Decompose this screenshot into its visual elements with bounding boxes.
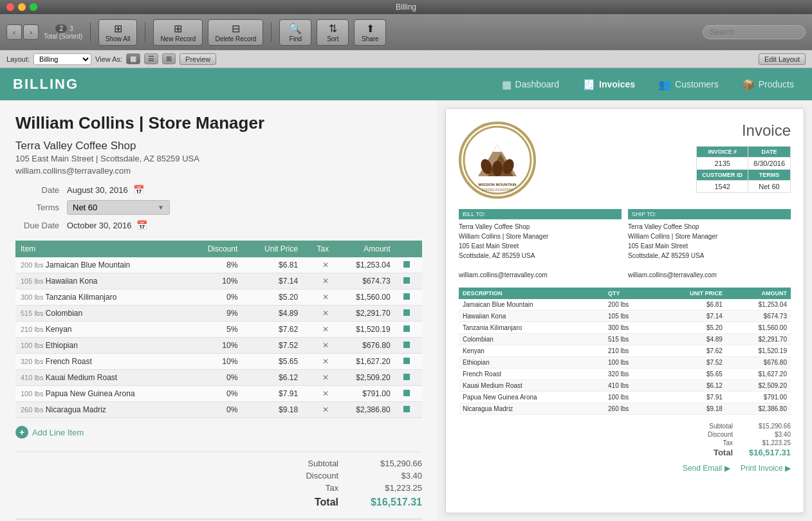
row-edit-icon[interactable] [403,309,410,316]
customer-id-value: 1542 [697,181,748,193]
edit-cell[interactable] [396,306,422,322]
fullscreen-button[interactable] [30,3,37,11]
edit-cell[interactable] [396,338,422,354]
amount-cell: $2,509.20 [334,370,396,386]
subtotal-value: $15,290.66 [364,459,422,468]
row-edit-icon[interactable] [403,342,410,348]
add-line-item-button[interactable]: + Add Line Item [15,426,422,439]
sort-label: Sort [327,35,338,42]
inv-amount-cell: $676.80 [726,357,791,369]
edit-cell[interactable] [396,289,422,306]
preview-button[interactable]: Preview [180,53,216,65]
nav-invoices[interactable]: 🧾 Invoices [577,76,640,93]
inv-tax-row: Tax $1,223.25 [459,439,791,446]
inv-price-cell: $7.52 [654,357,726,369]
invoice-header: MISSION MOUNTAIN COFFEE ROASTERS Invoice… [459,122,791,199]
layout-bar: Layout: Billing View As: ▦ ☰ ⊞ Preview E… [0,50,812,68]
nav-products-label: Products [759,79,794,89]
print-invoice-button[interactable]: Print Invoice ▶ [741,464,791,473]
row-edit-icon[interactable] [403,325,410,332]
sort-button[interactable]: ⇅ Sort [317,19,349,46]
layout-select[interactable]: Billing [33,53,91,65]
prev-record-button[interactable]: ‹ [6,24,22,40]
inv-amount-cell: $791.00 [726,392,791,403]
tax-cell: ✕ [303,289,334,306]
minimize-button[interactable] [18,3,26,11]
tax-cell: ✕ [303,338,334,354]
edit-cell[interactable] [396,354,422,370]
tax-cell: ✕ [303,370,334,386]
discount-cell: 5% [187,322,243,338]
nav-dashboard[interactable]: ▦ Dashboard [497,76,565,93]
new-record-button[interactable]: ⊞ New Record [153,19,203,46]
inv-desc-cell: Tanzania Kilimanjaro [459,322,604,334]
close-button[interactable] [6,3,14,11]
inv-desc-cell: Hawaiian Kona [459,311,604,322]
unit-price-cell: $5.65 [243,354,303,370]
item-cell: 210 lbs Kenyan [15,322,187,338]
edit-cell[interactable] [396,322,422,338]
tax-row: Tax $1,223.25 [15,483,422,493]
inv-discount-row: Discount $3.40 [459,431,791,438]
row-edit-icon[interactable] [403,358,410,364]
unit-price-cell: $6.81 [243,257,303,273]
next-record-button[interactable]: › [23,24,39,40]
inv-desc-cell: French Roast [459,369,604,380]
edit-cell[interactable] [396,257,422,273]
edit-cell[interactable] [396,386,422,402]
share-button[interactable]: ⬆ Share [354,19,386,46]
inv-qty-cell: 320 lbs [604,369,654,380]
row-edit-icon[interactable] [403,406,410,412]
inv-qty-cell: 100 lbs [604,392,654,403]
dropdown-arrow-icon: ▼ [158,204,164,211]
edit-cell[interactable] [396,273,422,289]
edit-cell[interactable] [396,370,422,386]
unit-price-cell: $4.89 [243,306,303,322]
edit-layout-button[interactable]: Edit Layout [759,53,806,65]
inv-discount-label: Discount [694,431,733,438]
inv-amount-cell: $2,509.20 [726,380,791,392]
toolbar-separator-3 [271,23,272,42]
view-list-button[interactable]: ☰ [144,53,158,64]
inv-col-desc: DESCRIPTION [459,288,604,299]
share-icon: ⬆ [366,23,374,35]
show-all-button[interactable]: ⊞ Show All [98,19,137,46]
list-item: Kenyan 210 lbs $7.62 $1,520.19 [459,345,791,357]
find-button[interactable]: 🔍 Find [279,19,311,46]
col-discount: Discount [187,241,243,257]
view-table-button[interactable]: ⊞ [162,53,176,64]
terms-dropdown[interactable]: Net 60 ▼ [67,200,170,215]
search-input[interactable] [703,25,806,39]
table-row: 200 lbs Jamaican Blue Mountain 8% $6.81 … [15,257,422,273]
row-edit-icon[interactable] [403,277,410,284]
row-edit-icon[interactable] [403,374,410,380]
inv-price-cell: $5.20 [654,322,726,334]
window-title: Billing [396,3,416,12]
row-edit-icon[interactable] [403,390,410,396]
subtotal-label: Subtotal [287,459,338,468]
inv-subtotal-label: Subtotal [694,423,733,430]
due-date-value: October 30, 2016 [67,221,131,230]
send-email-button[interactable]: Send Email ▶ [683,464,730,473]
new-record-label: New Record [160,35,196,42]
inv-qty-cell: 260 lbs [604,403,654,415]
add-icon: + [15,426,28,439]
row-edit-icon[interactable] [403,261,410,268]
list-item: Tanzania Kilimanjaro 300 lbs $5.20 $1,56… [459,322,791,334]
item-cell: 515 lbs Colombian [15,306,187,322]
inv-amount-cell: $1,560.00 [726,322,791,334]
edit-cell[interactable] [396,402,422,418]
inv-total-label: Total [694,448,733,457]
delete-record-button[interactable]: ⊟ Delete Record [208,19,263,46]
view-form-button[interactable]: ▦ [126,53,140,64]
company-logo: MISSION MOUNTAIN COFFEE ROASTERS [459,122,536,199]
add-line-item-label: Add Line Item [32,428,84,437]
due-date-calendar-icon[interactable]: 📅 [136,220,147,230]
nav-customers[interactable]: 👥 Customers [653,76,724,93]
delete-record-label: Delete Record [215,35,256,42]
table-row: 210 lbs Kenyan 5% $7.62 ✕ $1,520.19 [15,322,422,338]
row-edit-icon[interactable] [403,293,410,300]
nav-products[interactable]: 📦 Products [737,76,799,93]
invoice-title: Invoice [696,122,791,140]
date-calendar-icon[interactable]: 📅 [133,185,144,195]
